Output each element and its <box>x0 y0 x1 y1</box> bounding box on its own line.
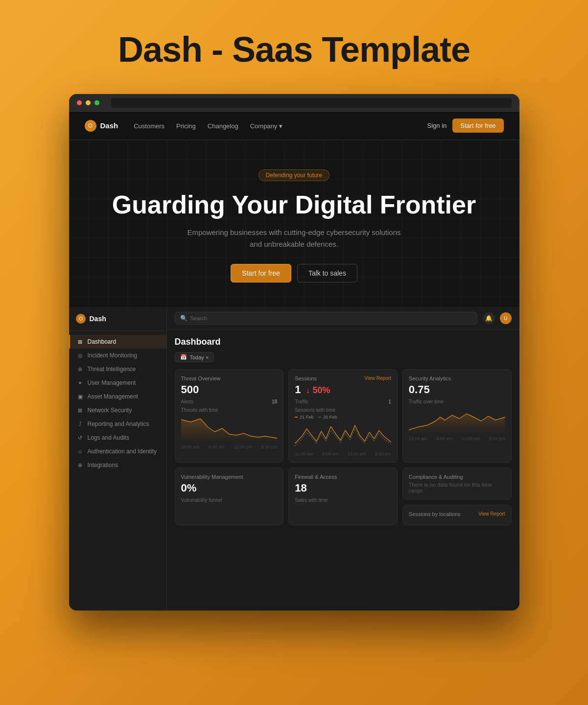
topbar: 🔍 Search 🔔 U <box>167 307 519 330</box>
cards-row-2: Vulnerability Management 0% Vulnerabilit… <box>175 468 512 525</box>
compliance-no-data: There is no data found for this time ran… <box>409 482 505 494</box>
nav-changelog[interactable]: Changelog <box>208 122 238 130</box>
search-icon: 🔍 <box>180 315 188 322</box>
vulnerability-card: Vulnerability Management 0% Vulnerabilit… <box>175 468 284 525</box>
nav-company[interactable]: Company ▾ <box>250 122 282 130</box>
search-placeholder: Search <box>190 315 208 321</box>
sidebar-logo-icon: ⬡ <box>76 314 86 324</box>
notifications-icon[interactable]: 🔔 <box>483 312 495 324</box>
dashboard-title: Dashboard <box>175 337 512 347</box>
sessions-card: Sessions View Report 1 ↓ 50% Traffic 1 S… <box>288 369 398 463</box>
sidebar-label-auth: Authentication and Identity <box>88 448 157 455</box>
nav-pricing[interactable]: Pricing <box>176 122 196 130</box>
alerts-value: 18 <box>272 399 277 404</box>
nav-actions: Sign in Start for free <box>427 118 504 133</box>
sidebar-item-incident[interactable]: ◎ Incident Monitoring <box>69 349 166 362</box>
security-value: 0.75 <box>409 383 505 396</box>
nav-logo-text: Dash <box>100 121 118 130</box>
threat-chart-label: Threats with time <box>181 407 278 413</box>
legend-20-feb: 20 Feb <box>318 415 337 420</box>
nav-logo: ⬡ Dash <box>85 120 118 132</box>
sidebar-item-reporting[interactable]: ⤴ Reporting and Analytics <box>69 417 166 431</box>
page-title: Dash - Saas Template <box>118 29 470 70</box>
sidebar-label-threat: Threat Intelligence <box>88 366 136 373</box>
logs-icon: ↺ <box>77 434 84 441</box>
compliance-title: Compliance & Auditing <box>409 474 505 480</box>
dot-gray <box>318 417 321 418</box>
signin-button[interactable]: Sign in <box>427 122 447 129</box>
dot-orange <box>295 417 298 418</box>
threat-icon: ⊛ <box>77 366 84 373</box>
right-column: Compliance & Auditing There is no data f… <box>402 468 512 525</box>
vuln-value: 0% <box>181 482 278 494</box>
talk-to-sales-button[interactable]: Talk to sales <box>297 264 357 282</box>
sidebar-label-integrations: Integrations <box>88 462 118 469</box>
sessions-values: 1 ↓ 50% <box>295 383 391 399</box>
firewall-card: Firewall & Access 18 Sales with time <box>288 468 398 525</box>
hero-buttons: Start for free Talk to sales <box>85 264 504 282</box>
threat-x-axis: 10:00 am6:00 am12:00 pm6:00 pm <box>181 445 278 449</box>
sidebar-item-auth[interactable]: ☺ Authentication and Identity <box>69 445 166 458</box>
sidebar-item-integrations[interactable]: ⊕ Integrations <box>69 458 166 472</box>
sidebar-item-network[interactable]: ⊠ Network Security <box>69 403 166 417</box>
sidebar-item-threat[interactable]: ⊛ Threat Intelligence <box>69 362 166 376</box>
sidebar-logo: ⬡ Dash <box>69 314 166 331</box>
sessions-locations-card: Sessions by locations View Report <box>402 505 512 525</box>
browser-chrome <box>69 94 519 112</box>
network-icon: ⊠ <box>77 407 84 414</box>
sessions-chart-label: Sessions with time <box>295 407 391 413</box>
sidebar-item-user[interactable]: ⚭ User Management <box>69 376 166 390</box>
sidebar-label-network: Network Security <box>88 407 132 414</box>
auth-icon: ☺ <box>77 448 84 455</box>
compliance-card: Compliance & Auditing There is no data f… <box>402 468 512 500</box>
sidebar-label-dashboard: Dashboard <box>88 338 117 345</box>
main-content: 🔍 Search 🔔 U Dashboard 📅 Today × <box>167 307 519 611</box>
incident-icon: ◎ <box>77 352 84 359</box>
sessions-chart <box>295 422 391 448</box>
traffic-label: Traffic <box>295 399 308 404</box>
search-bar[interactable]: 🔍 Search <box>175 312 477 325</box>
threat-title: Threat Overview <box>181 376 278 381</box>
hero-section: Defending your future Guarding Your Digi… <box>69 140 519 307</box>
sidebar-item-logs[interactable]: ↺ Logs and Audits <box>69 431 166 445</box>
firewall-title: Firewall & Access <box>295 474 391 480</box>
start-free-button-hero[interactable]: Start for free <box>231 264 291 282</box>
nav-customers[interactable]: Customers <box>134 122 165 130</box>
security-title: Security Analytics <box>409 376 505 381</box>
start-free-button-nav[interactable]: Start for free <box>452 118 503 133</box>
sidebar-item-asset[interactable]: ▣ Asset Management <box>69 390 166 403</box>
traffic-value: 1 <box>388 399 391 404</box>
vuln-chart-label: Vulnerability funnel <box>181 497 278 503</box>
sessions-change: ↓ 50% <box>306 385 330 396</box>
user-icon: ⚭ <box>77 379 84 386</box>
firewall-value: 18 <box>295 482 391 494</box>
locations-header: Sessions by locations View Report <box>409 511 505 519</box>
hero-badge: Defending your future <box>259 169 329 181</box>
nav-links: Customers Pricing Changelog Company ▾ <box>134 121 282 130</box>
sidebar-logo-text: Dash <box>90 315 106 323</box>
security-chart <box>409 406 505 433</box>
sessions-view-report[interactable]: View Report <box>365 376 391 381</box>
topbar-actions: 🔔 U <box>483 312 512 324</box>
security-x-axis: 12:00 am6:00 am12:00 pm6:00 pm <box>409 436 505 441</box>
cards-row-1: Threat Overview 500 Alerts 18 Threats wi… <box>175 369 512 463</box>
browser-address-bar <box>111 98 512 108</box>
locations-view-report[interactable]: View Report <box>478 511 505 517</box>
security-chart-label: Traffic over time <box>409 399 505 404</box>
sessions-value: 1 <box>295 383 301 396</box>
sidebar-label-user: User Management <box>88 379 136 386</box>
avatar[interactable]: U <box>500 312 512 324</box>
sidebar: ⬡ Dash ⊞ Dashboard ◎ Incident Monitoring… <box>69 307 167 611</box>
sidebar-label-reporting: Reporting and Analytics <box>88 421 149 427</box>
dash-content: Dashboard 📅 Today × Threat Overview 500 … <box>167 330 519 611</box>
browser-dot-minimize <box>86 100 91 105</box>
hero-title: Guarding Your Digital Frontier <box>85 191 504 219</box>
sidebar-label-incident: Incident Monitoring <box>88 352 137 359</box>
sidebar-item-dashboard[interactable]: ⊞ Dashboard <box>69 335 166 349</box>
browser-dot-close <box>77 100 82 105</box>
security-analytics-card: Security Analytics 0.75 Traffic over tim… <box>402 369 512 463</box>
locations-title: Sessions by locations <box>409 511 461 517</box>
browser-dot-maximize <box>94 100 99 105</box>
landing-section: ⬡ Dash Customers Pricing Changelog Compa… <box>69 112 519 307</box>
date-filter[interactable]: 📅 Today × <box>175 352 214 362</box>
